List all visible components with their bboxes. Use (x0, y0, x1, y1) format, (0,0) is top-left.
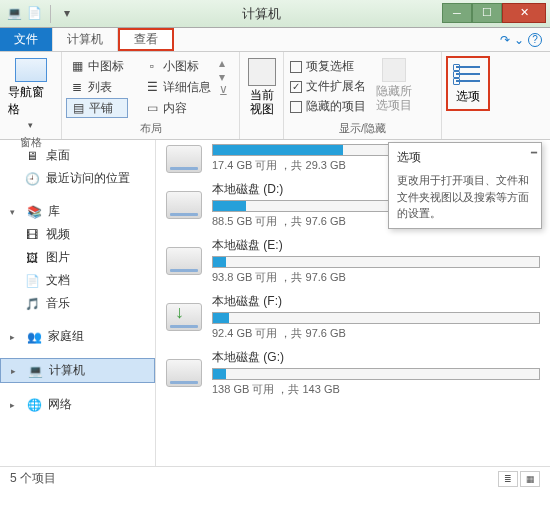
sidebar-item-pictures[interactable]: 🖼图片 (0, 246, 155, 269)
navigation-pane-label: 导航窗格 (8, 84, 53, 118)
drive-item[interactable]: 本地磁盘 (F:) 92.4 GB 可用 ，共 97.6 GB (166, 293, 540, 341)
document-icon: 📄 (24, 273, 40, 289)
status-bar: 5 个项目 ≣ ▦ (0, 466, 550, 490)
video-icon: 🎞 (24, 227, 40, 243)
layout-content[interactable]: ▭内容 (141, 98, 215, 118)
current-view-icon (248, 58, 276, 86)
library-icon: 📚 (26, 204, 42, 220)
layout-medium-icons[interactable]: ▦中图标 (66, 56, 128, 76)
layout-tiles[interactable]: ▤平铺 (66, 98, 128, 118)
current-view-label: 当前 视图 (250, 88, 274, 117)
recent-icon: 🕘 (24, 171, 40, 187)
picture-icon: 🖼 (24, 250, 40, 266)
small-icons-icon: ▫ (145, 59, 159, 73)
drive-free-text: 93.8 GB 可用 ，共 97.6 GB (212, 270, 540, 285)
group-layout-label: 布局 (66, 120, 235, 137)
homegroup-icon: 👥 (26, 329, 42, 345)
layout-scroll-down-icon[interactable]: ▾ (219, 70, 228, 84)
quick-access-icon[interactable]: 📄 (26, 5, 42, 21)
view-details-button[interactable]: ≣ (498, 471, 518, 487)
ribbon-toggle-icon[interactable]: ↷ ⌄ ? (492, 28, 550, 51)
ribbon-tabs: 文件 计算机 查看 ↷ ⌄ ? (0, 28, 550, 52)
tooltip-pin-icon[interactable]: ━ (531, 147, 537, 158)
drive-icon (166, 247, 202, 275)
hide-selected-label: 隐藏所 选项目 (376, 84, 412, 113)
navigation-sidebar: 🖥桌面 🕘最近访问的位置 ▾📚库 🎞视频 🖼图片 📄文档 🎵音乐 ▸👥家庭组 ▸… (0, 140, 156, 466)
drive-item[interactable]: 本地磁盘 (E:) 93.8 GB 可用 ，共 97.6 GB (166, 237, 540, 285)
dropdown-icon[interactable]: ▾ (59, 5, 75, 21)
drive-name: 本地磁盘 (G:) (212, 349, 540, 366)
drive-name: 本地磁盘 (E:) (212, 237, 540, 254)
sidebar-item-videos[interactable]: 🎞视频 (0, 223, 155, 246)
drive-item[interactable]: 本地磁盘 (G:) 138 GB 可用 ，共 143 GB (166, 349, 540, 397)
hide-selected-button: 隐藏所 选项目 (372, 54, 416, 117)
titlebar: 💻 📄 ▾ 计算机 ─ ☐ ✕ (0, 0, 550, 28)
details-icon: ☰ (145, 80, 159, 94)
drive-icon (166, 359, 202, 387)
computer-icon: 💻 (27, 363, 43, 379)
expand-icon[interactable]: ▸ (11, 366, 21, 376)
layout-small-icons[interactable]: ▫小图标 (141, 56, 215, 76)
expand-icon[interactable]: ▾ (10, 207, 20, 217)
system-menu-icon[interactable]: 💻 (6, 5, 22, 21)
group-showhide-label: 显示/隐藏 (288, 120, 437, 137)
desktop-icon: 🖥 (24, 148, 40, 164)
tiles-icon: ▤ (71, 101, 85, 115)
sidebar-item-desktop[interactable]: 🖥桌面 (0, 144, 155, 167)
checkbox-item-checkboxes[interactable]: 项复选框 (290, 58, 366, 75)
tooltip-body: 更改用于打开项目、文件和文件夹视图以及搜索等方面的设置。 (397, 172, 533, 222)
navigation-pane-button[interactable]: 导航窗格 ▾ (4, 54, 57, 134)
tab-computer[interactable]: 计算机 (53, 28, 118, 51)
view-tiles-button[interactable]: ▦ (520, 471, 540, 487)
close-button[interactable]: ✕ (502, 3, 546, 23)
network-icon: 🌐 (26, 397, 42, 413)
sidebar-item-music[interactable]: 🎵音乐 (0, 292, 155, 315)
sidebar-item-network[interactable]: ▸🌐网络 (0, 393, 155, 416)
help-icon[interactable]: ? (528, 33, 542, 47)
minimize-button[interactable]: ─ (442, 3, 472, 23)
layout-scroll-up-icon[interactable]: ▴ (219, 56, 228, 70)
drive-capacity-bar (212, 312, 540, 324)
tab-view[interactable]: 查看 (118, 28, 174, 51)
sidebar-item-homegroup[interactable]: ▸👥家庭组 (0, 325, 155, 348)
current-view-button[interactable]: 当前 视图 (242, 54, 282, 121)
drive-capacity-bar (212, 256, 540, 268)
window-title: 计算机 (81, 5, 442, 23)
navigation-pane-icon (15, 58, 47, 82)
tab-file[interactable]: 文件 (0, 28, 53, 51)
medium-icons-icon: ▦ (70, 59, 84, 73)
status-item-count: 5 个项目 (10, 470, 56, 487)
layout-list[interactable]: ≣列表 (66, 77, 128, 97)
drive-list: 17.4 GB 可用 ，共 29.3 GB 本地磁盘 (D:) 88.5 GB … (156, 140, 550, 466)
sidebar-item-documents[interactable]: 📄文档 (0, 269, 155, 292)
sidebar-item-libraries[interactable]: ▾📚库 (0, 200, 155, 223)
drive-icon (166, 145, 202, 173)
content-icon: ▭ (145, 101, 159, 115)
options-button[interactable]: 选项 (446, 56, 490, 111)
drive-icon (166, 303, 202, 331)
options-tooltip: ━ 选项 更改用于打开项目、文件和文件夹视图以及搜索等方面的设置。 (388, 142, 542, 229)
sidebar-item-recent[interactable]: 🕘最近访问的位置 (0, 167, 155, 190)
expand-icon[interactable]: ▸ (10, 400, 20, 410)
music-icon: 🎵 (24, 296, 40, 312)
checkbox-hidden-items[interactable]: 隐藏的项目 (290, 98, 366, 115)
sidebar-item-computer[interactable]: ▸💻计算机 (0, 358, 155, 383)
checkbox-icon (290, 101, 302, 113)
list-icon: ≣ (70, 80, 84, 94)
hide-selected-icon (382, 58, 406, 82)
drive-free-text: 92.4 GB 可用 ，共 97.6 GB (212, 326, 540, 341)
drive-free-text: 138 GB 可用 ，共 143 GB (212, 382, 540, 397)
layout-expand-icon[interactable]: ⊻ (219, 84, 228, 98)
ribbon: 导航窗格 ▾ 窗格 ▦中图标 ≣列表 ▤平铺 ▫小图标 ☰详细信息 ▭内容 ▴ … (0, 52, 550, 140)
checkbox-file-extensions[interactable]: ✓文件扩展名 (290, 78, 366, 95)
maximize-button[interactable]: ☐ (472, 3, 502, 23)
drive-icon (166, 191, 202, 219)
drive-capacity-bar (212, 368, 540, 380)
layout-details[interactable]: ☰详细信息 (141, 77, 215, 97)
drive-name: 本地磁盘 (F:) (212, 293, 540, 310)
expand-icon[interactable]: ▸ (10, 332, 20, 342)
tooltip-title: 选项 (397, 149, 533, 166)
options-icon (454, 62, 482, 86)
checkbox-icon: ✓ (290, 81, 302, 93)
checkbox-icon (290, 61, 302, 73)
